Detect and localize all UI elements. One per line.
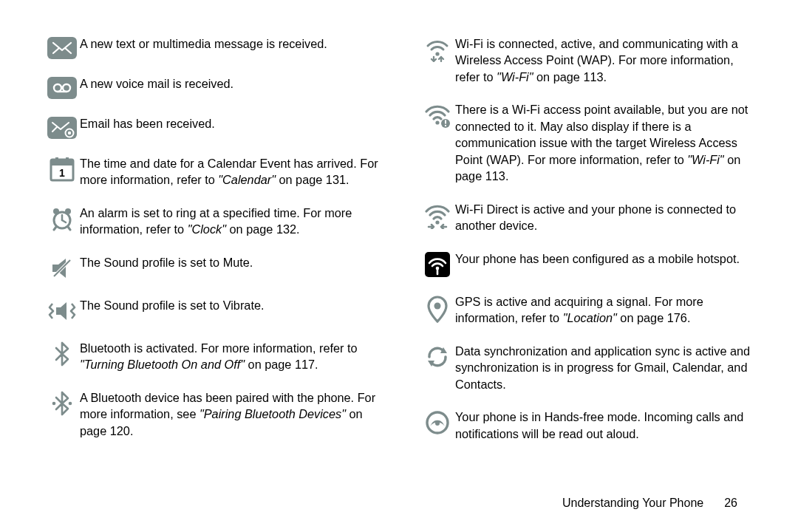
hotspot-icon — [420, 250, 455, 277]
icon-description-row: The Sound profile is set to Mute. — [44, 254, 378, 281]
wifi-direct-icon — [420, 201, 455, 229]
description-text: The time and date for a Calendar Event h… — [80, 155, 378, 188]
gps-icon — [420, 293, 455, 323]
icon-description-row: A new voice mail is received. — [44, 75, 378, 99]
voicemail-icon — [44, 75, 80, 99]
sync-icon — [420, 343, 455, 369]
icon-description-row: Your phone has been configured as a mobi… — [420, 250, 754, 277]
icon-description-row: GPS is active and acquiring a signal. Fo… — [420, 293, 754, 327]
wifi-alert-icon — [420, 101, 455, 128]
description-text: Data synchronization and application syn… — [455, 343, 754, 392]
bluetooth-icon — [44, 340, 80, 366]
bluetooth-paired-icon — [44, 389, 80, 416]
handsfree-icon — [420, 409, 455, 435]
description-text: GPS is active and acquiring a signal. Fo… — [455, 293, 754, 327]
icon-description-row: Wi-Fi is connected, active, and communic… — [420, 35, 754, 85]
calendar-icon — [44, 155, 80, 182]
icon-description-row: The Sound profile is set to Vibrate. — [44, 297, 378, 324]
icon-description-row: The time and date for a Calendar Event h… — [44, 155, 378, 188]
icon-description-row: A Bluetooth device has been paired with … — [44, 389, 378, 439]
icon-description-row: There is a Wi-Fi access point available,… — [420, 101, 754, 184]
icon-description-row: Data synchronization and application syn… — [420, 343, 754, 392]
icon-description-row: An alarm is set to ring at a specified t… — [44, 205, 378, 238]
description-text: Your phone has been configured as a mobi… — [455, 250, 754, 267]
description-text: The Sound profile is set to Vibrate. — [80, 297, 378, 313]
right-column: Wi-Fi is connected, active, and communic… — [420, 35, 754, 497]
vibrate-icon — [44, 297, 80, 324]
footer-page-number: 26 — [724, 497, 737, 510]
description-text: There is a Wi-Fi access point available,… — [455, 101, 754, 184]
icon-description-row: A new text or multimedia message is rece… — [44, 35, 378, 59]
description-text: Wi-Fi is connected, active, and communic… — [455, 35, 754, 85]
message-icon — [44, 35, 80, 59]
description-text: Wi-Fi Direct is active and your phone is… — [455, 201, 754, 234]
page-footer: Understanding Your Phone 26 — [44, 497, 754, 510]
wifi-connected-icon — [420, 35, 455, 62]
description-text: Email has been received. — [80, 115, 378, 132]
description-text: Bluetooth is activated. For more informa… — [80, 340, 378, 373]
description-text: A new voice mail is received. — [80, 75, 378, 92]
icon-description-row: Your phone is in Hands-free mode. Incomi… — [420, 409, 754, 442]
alarm-icon — [44, 205, 80, 231]
left-column: A new text or multimedia message is rece… — [44, 35, 378, 497]
icon-description-row: Wi-Fi Direct is active and your phone is… — [420, 201, 754, 234]
description-text: Your phone is in Hands-free mode. Incomi… — [455, 409, 754, 442]
description-text: The Sound profile is set to Mute. — [80, 254, 378, 270]
description-text: An alarm is set to ring at a specified t… — [80, 205, 378, 238]
description-text: A Bluetooth device has been paired with … — [80, 389, 378, 439]
icon-description-row: Bluetooth is activated. For more informa… — [44, 340, 378, 373]
mute-icon — [44, 254, 80, 281]
email-icon — [44, 115, 80, 139]
description-text: A new text or multimedia message is rece… — [80, 35, 378, 52]
footer-section-title: Understanding Your Phone — [562, 497, 703, 510]
icon-description-row: Email has been received. — [44, 115, 378, 139]
